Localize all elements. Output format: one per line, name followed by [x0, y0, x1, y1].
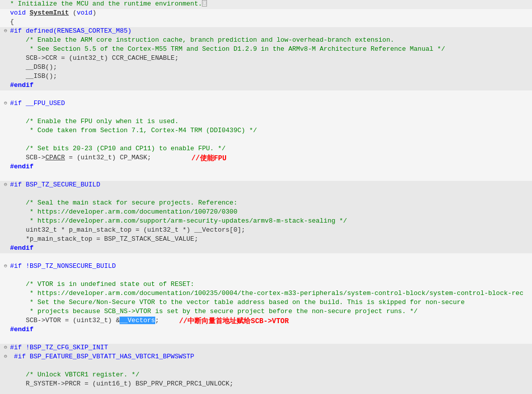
no-collapse — [2, 63, 9, 70]
no-collapse — [2, 109, 9, 116]
line-if-bsp-tz-secure: ⊖ #if BSP_TZ_SECURE_BUILD — [0, 181, 532, 190]
comment-set-secure-text: * Set the Secure/Non-Secure VTOR to the … — [10, 299, 465, 306]
line-blank8 — [0, 335, 532, 344]
no-collapse — [2, 90, 9, 97]
comment-vtor-undef-text: /* VTOR is in undefined state out of RES… — [10, 280, 194, 288]
line-blank5 — [0, 190, 532, 199]
collapse-renesas-btn[interactable]: ⊖ — [2, 27, 9, 34]
line-endif1: #endif — [0, 81, 532, 90]
if-bsp-feature-macro: #if BSP_FEATURE_BSP_VBTATT_HAS_VBTCR1_BP… — [10, 353, 194, 360]
line-dsb: __DSB(); — [0, 63, 532, 72]
no-collapse — [2, 72, 9, 79]
line-blank3 — [0, 136, 532, 145]
line-isb: __ISB(); — [0, 72, 532, 81]
line-comment-projects: * projects because SCB_NS->VTOR is set b… — [0, 308, 532, 317]
scb-ccr-text: SCB->CCR = (uint32_t) CCR_CACHE_ENABLE; — [10, 54, 178, 62]
line-open-brace: { — [0, 18, 532, 27]
if-cfg-skip-macro: #if !BSP_TZ_CFG_SKIP_INIT — [10, 344, 108, 351]
no-collapse — [2, 145, 9, 152]
no-collapse — [2, 380, 9, 387]
comment-seal-text: /* Seal the main stack for secure projec… — [10, 199, 237, 207]
line-blank1 — [0, 90, 532, 100]
fpu-annotation: //使能FPU — [191, 154, 227, 163]
comment-set-bits-text: /* Set bits 20-23 (CP10 and CP11) to ena… — [10, 145, 226, 152]
no-collapse — [2, 317, 9, 324]
comment-https2-text: * https://developer.arm.com/support/arm-… — [10, 217, 347, 225]
code-editor: * Initialize the MCU and the runtime env… — [0, 0, 532, 394]
scb-vtor-suffix: ; — [155, 317, 159, 324]
no-collapse — [2, 199, 9, 206]
collapse-bsp-feature-btn[interactable]: ⊖ — [2, 353, 9, 360]
line-comment-enable-fpu: /* Enable the FPU only when it is used. — [0, 118, 532, 127]
line-void-decl: void SystemInit (void) — [0, 9, 532, 18]
line-comment-https2: * https://developer.arm.com/support/arm-… — [0, 217, 532, 226]
collapse-fpu-btn[interactable]: ⊖ — [2, 100, 9, 107]
line-blank10 — [0, 389, 532, 394]
if-bsp-tz-secure-macro: #if BSP_TZ_SECURE_BUILD — [10, 181, 100, 188]
collapse-cfg-skip-btn[interactable]: ⊖ — [2, 344, 9, 351]
comment-projects-text: * projects because SCB_NS->VTOR is set b… — [10, 308, 417, 315]
no-collapse — [2, 362, 9, 369]
if-defined-macro: #if defined(RENESAS_CORTEX_M85) — [10, 27, 132, 35]
r-system-prcr-text: R_SYSTEM->PRCR = (uint16_t) BSP_PRV_PRCR… — [10, 380, 234, 387]
comment-https1-text: * https://developer.arm.com/documentatio… — [10, 208, 237, 216]
no-collapse — [2, 308, 9, 315]
uint32-decl-text: uint32_t * p_main_stack_top = (uint32_t … — [10, 226, 245, 234]
if-nonsecure-macro: #if !BSP_TZ_NONSECURE_BUILD — [10, 262, 116, 270]
line-comment-code-taken: * Code taken from Section 7.1, Cortex-M4… — [0, 127, 532, 136]
no-collapse — [2, 172, 9, 179]
line-comment-vtor-undef: /* VTOR is in undefined state out of RES… — [0, 280, 532, 289]
no-collapse — [2, 9, 9, 16]
line-p-main-assign: *p_main_stack_top = BSP_TZ_STACK_SEAL_VA… — [0, 235, 532, 244]
endif4-text: #endif — [10, 326, 34, 333]
line-blank4 — [0, 172, 532, 181]
line-scb-ccr: SCB->CCR = (uint32_t) CCR_CACHE_ENABLE; — [0, 54, 532, 63]
no-collapse — [2, 0, 9, 7]
no-collapse — [2, 253, 9, 260]
no-collapse — [2, 389, 9, 394]
dsb-text: __DSB(); — [10, 63, 57, 71]
no-collapse — [2, 226, 9, 233]
void-param-keyword: void — [77, 9, 92, 17]
line-comment-set-bits: /* Set bits 20-23 (CP10 and CP11) to ena… — [0, 145, 532, 154]
no-collapse — [2, 271, 9, 278]
line-endif2: #endif — [0, 163, 532, 172]
no-collapse — [2, 36, 9, 43]
comment-enable-fpu-text: /* Enable the FPU only when it is used. — [10, 118, 178, 125]
comment-arm-text: /* Enable the ARM core instruction cache… — [10, 36, 394, 44]
no-collapse — [2, 235, 9, 242]
comment-see-section-text: * See Section 5.5 of the Cortex-M55 TRM … — [10, 45, 445, 53]
line-endif4: #endif — [0, 326, 532, 335]
no-collapse — [2, 163, 9, 170]
no-collapse — [2, 326, 9, 333]
collapse-bsp-tz-secure-btn[interactable]: ⊖ — [2, 181, 9, 188]
void-keyword: void — [10, 9, 26, 17]
line-if-renesas: ⊖ #if defined(RENESAS_CORTEX_M85) — [0, 27, 532, 36]
line-if-cfg-skip: ⊖ #if !BSP_TZ_CFG_SKIP_INIT — [0, 344, 532, 353]
line-comment-arm: /* Enable the ARM core instruction cache… — [0, 36, 532, 45]
line-comment-vtor-url: * https://developer.arm.com/documentatio… — [0, 289, 532, 299]
endif2-text: #endif — [10, 163, 34, 170]
collapse-nonsecure-btn[interactable]: ⊖ — [2, 262, 9, 269]
line-header-comment: * Initialize the MCU and the runtime env… — [0, 0, 532, 9]
no-collapse — [2, 136, 9, 143]
line-blank9 — [0, 362, 532, 371]
vtor-annotation: //中断向量首地址赋给SCB->VTOR — [179, 317, 288, 326]
line-blank7 — [0, 271, 532, 280]
no-collapse — [2, 118, 9, 125]
scb-vtor-prefix: SCB->VTOR = (uint32_t) & — [10, 317, 120, 324]
line-uint32-decl: uint32_t * p_main_stack_top = (uint32_t … — [0, 226, 532, 235]
endif3-text: #endif — [10, 244, 34, 252]
vectors-highlighted: __Vectors — [120, 317, 155, 324]
no-collapse — [2, 244, 9, 251]
no-collapse — [2, 54, 9, 61]
no-collapse — [2, 45, 9, 52]
checkbox-symbol: □ — [202, 0, 207, 7]
no-collapse — [2, 190, 9, 197]
line-comment-seal: /* Seal the main stack for secure projec… — [0, 199, 532, 208]
no-collapse — [2, 18, 9, 25]
scb-cpacr-text: SCB->CPACR = (uint32_t) CP_MASK; — [10, 154, 151, 161]
no-collapse — [2, 81, 9, 88]
p-main-assign-text: *p_main_stack_top = BSP_TZ_STACK_SEAL_VA… — [10, 235, 198, 243]
no-collapse — [2, 217, 9, 224]
